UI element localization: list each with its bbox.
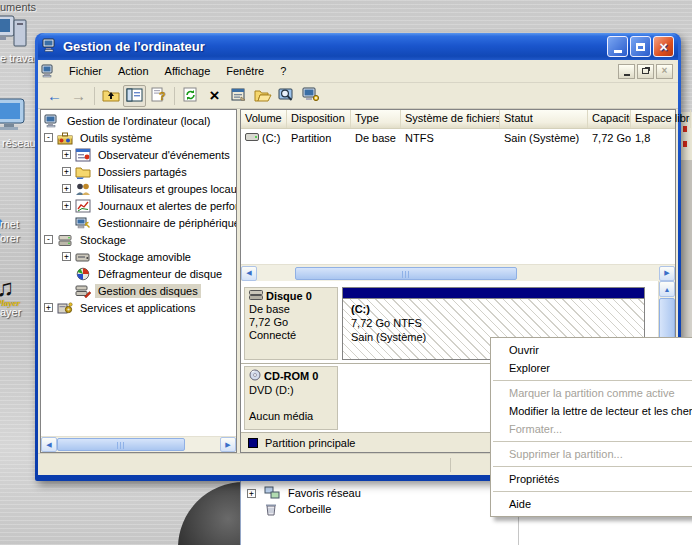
menu-bar: Fichier Action Affichage Fenêtre ? × [38, 60, 678, 83]
show-hide-console-tree-button[interactable] [123, 85, 146, 107]
menu-item-modifier-lettre[interactable]: Modifier la lettre de lecteur et les che… [491, 402, 692, 420]
menu-action[interactable]: Action [110, 62, 157, 80]
tree-item-shared-folders[interactable]: + Dossiers partagés [41, 163, 236, 180]
desktop-label-player[interactable]: ayer [0, 306, 21, 318]
menu-affichage[interactable]: Affichage [157, 62, 219, 80]
close-button[interactable]: × [653, 36, 674, 57]
properties-button[interactable] [227, 85, 250, 107]
desktop-label-network[interactable]: réseau [2, 137, 36, 149]
pane-divider [518, 517, 519, 545]
menu-item-formater[interactable]: Formater... [491, 420, 692, 438]
expand-toggle[interactable]: + [62, 201, 71, 210]
up-one-level-button[interactable] [99, 85, 122, 107]
expand-toggle[interactable]: - [44, 235, 53, 244]
menu-help[interactable]: ? [272, 62, 294, 80]
manage-computer-button[interactable] [299, 85, 322, 107]
column-header-type[interactable]: Type [351, 110, 401, 128]
menu-item-proprietes[interactable]: Propriétés [491, 470, 692, 488]
tree-item-recycle-bin[interactable]: Corbeille [264, 502, 331, 516]
back-button[interactable]: ← [43, 85, 66, 107]
mdi-system-icon[interactable] [41, 64, 57, 78]
desktop-label-ie-line1[interactable]: rnet [0, 218, 19, 230]
maximize-button[interactable] [630, 36, 651, 57]
column-header-capacity[interactable]: Capacité [588, 110, 631, 128]
menu-item-aide[interactable]: Aide [491, 495, 692, 513]
tree-horizontal-scrollbar[interactable]: ◀ ▶ [41, 436, 236, 452]
tree-item-performance-logs[interactable]: + Journaux et alertes de performance [41, 197, 236, 214]
find-button[interactable] [275, 85, 298, 107]
help-button[interactable]: ? [147, 85, 170, 107]
console-tree-icon [126, 88, 143, 104]
volume-row-c[interactable]: (C:) Partition De base NTFS Sain (Systèm… [241, 129, 675, 147]
expand-toggle[interactable]: + [62, 150, 71, 159]
partition-detail: 7,72 Go NTFS [351, 316, 636, 330]
tree-item-device-manager[interactable]: Gestionnaire de périphériques [41, 214, 236, 231]
tree-item-local-users-groups[interactable]: + Utilisateurs et groupes locaux [41, 180, 236, 197]
desktop-label-my-computer[interactable]: e trava [0, 52, 34, 64]
menu-fenetre[interactable]: Fenêtre [218, 62, 272, 80]
properties-icon [230, 87, 247, 104]
mdi-minimize-button[interactable] [618, 64, 635, 79]
tree-item-disk-defragmenter[interactable]: Défragmenteur de disque [41, 265, 236, 282]
column-header-status[interactable]: Statut [500, 110, 588, 128]
scroll-thumb[interactable] [57, 438, 185, 451]
cdrom-media: DVD (D:) [249, 384, 333, 397]
expand-toggle[interactable]: + [247, 489, 256, 498]
column-header-free-space[interactable]: Espace libre [631, 110, 691, 128]
desktop-label-ie-line2[interactable]: orer [0, 232, 20, 244]
scroll-right-arrow[interactable]: ▶ [220, 437, 236, 452]
expand-toggle[interactable]: + [62, 252, 71, 261]
tree-item-removable-storage[interactable]: + Stockage amovible [41, 248, 236, 265]
column-header-filesystem[interactable]: Système de fichiers [401, 110, 500, 128]
title-bar[interactable]: Gestion de l'ordinateur × [38, 33, 678, 60]
expand-toggle[interactable]: + [62, 167, 71, 176]
magnifier-icon [278, 87, 295, 104]
performance-chart-icon [75, 199, 91, 213]
cd-icon [249, 369, 262, 384]
menu-fichier[interactable]: Fichier [61, 62, 110, 80]
tree-item-network-places[interactable]: + Favoris réseau [247, 486, 361, 500]
menu-item-marquer-active[interactable]: Marquer la partition comme active [491, 384, 692, 402]
disk0-info-cell[interactable]: Disque 0 De base 7,72 Go Connecté [244, 287, 338, 360]
mdi-restore-button[interactable] [637, 64, 654, 79]
tree-item-label: Outils système [77, 131, 155, 145]
menu-separator [493, 380, 692, 381]
tree-item-computer-management-root[interactable]: Gestion de l'ordinateur (local) [41, 112, 236, 129]
pane-horizontal-scrollbar[interactable]: ◀ ▶ [241, 264, 675, 281]
tree-item-event-viewer[interactable]: + Observateur d'événements [41, 146, 236, 163]
expand-toggle[interactable]: + [62, 184, 71, 193]
back-icon: ← [47, 88, 62, 103]
help-icon: ? [151, 87, 167, 104]
menu-item-supprimer-partition[interactable]: Supprimer la partition... [491, 445, 692, 463]
expand-toggle[interactable]: - [44, 133, 53, 142]
column-header-disposition[interactable]: Disposition [287, 110, 351, 128]
delete-button[interactable]: × [203, 85, 226, 107]
scroll-right-arrow[interactable]: ▶ [659, 266, 675, 281]
scroll-up-arrow[interactable]: ▲ [659, 281, 675, 297]
media-player-icon[interactable]: ♫ Player [0, 274, 20, 308]
column-header-volume[interactable]: Volume [241, 110, 287, 128]
users-icon [75, 182, 91, 196]
scroll-thumb[interactable] [295, 267, 517, 280]
drive-icon [245, 132, 259, 144]
tree-item-storage[interactable]: - Stockage [41, 231, 236, 248]
refresh-button[interactable] [179, 85, 202, 107]
desktop-label-documents[interactable]: uments [0, 1, 36, 13]
network-places-icon[interactable] [0, 96, 32, 136]
expand-toggle[interactable]: + [44, 303, 53, 312]
open-button[interactable] [251, 85, 274, 107]
tree-item-disk-management[interactable]: Gestion des disques [41, 282, 236, 299]
menu-item-explorer[interactable]: Explorer [491, 359, 692, 377]
scroll-left-arrow[interactable]: ◀ [41, 437, 57, 452]
mdi-close-button[interactable]: × [656, 64, 673, 79]
forward-button[interactable]: → [67, 85, 90, 107]
menu-item-ouvrir[interactable]: Ouvrir [491, 341, 692, 359]
scroll-left-arrow[interactable]: ◀ [241, 266, 257, 281]
refresh-icon [183, 87, 199, 104]
cdrom-info-cell[interactable]: CD-ROM 0 DVD (D:) Aucun média [244, 366, 338, 430]
disk0-status: Connecté [249, 329, 333, 342]
minimize-button[interactable] [607, 36, 628, 57]
tree-item-system-tools[interactable]: - Outils système [41, 129, 236, 146]
my-computer-icon[interactable] [0, 14, 30, 54]
tree-item-services-applications[interactable]: + Services et applications [41, 299, 236, 316]
